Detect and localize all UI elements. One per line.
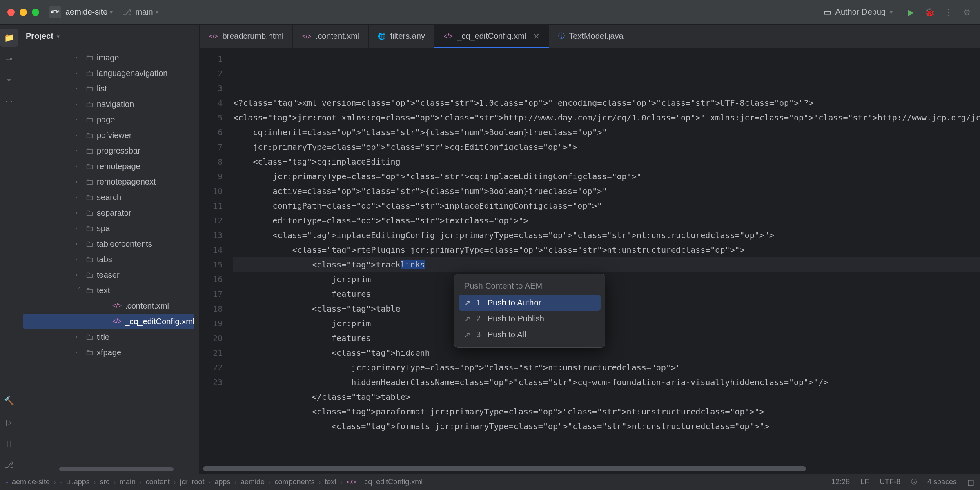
breadcrumb-segment[interactable]: jcr_root [180, 478, 204, 486]
editor-tab[interactable]: ⒿTextModel.java [549, 24, 633, 48]
tree-folder[interactable]: ›🗀separator [18, 205, 199, 220]
chevron-down-icon[interactable]: ▾ [110, 9, 113, 16]
close-window[interactable] [7, 9, 15, 16]
code-line[interactable]: jcr:primaryType=class="op">"class="str">… [233, 140, 980, 154]
tree-horizontal-scrollbar[interactable] [59, 467, 174, 471]
expand-arrow-icon[interactable]: › [76, 179, 82, 185]
expand-arrow-icon[interactable]: › [76, 241, 82, 247]
tree-folder[interactable]: ›🗀title [18, 329, 199, 345]
code-line[interactable]: <class="tag">inplaceEditingConfig jcr:pr… [233, 228, 980, 243]
popup-menu-item[interactable]: ↗1Push to Author [459, 295, 601, 311]
commit-tool[interactable]: ⊸ [0, 50, 18, 68]
tree-folder[interactable]: ›🗀text [18, 283, 199, 298]
expand-arrow-icon[interactable]: › [76, 86, 82, 91]
chevron-down-icon[interactable]: ▾ [156, 9, 158, 16]
breadcrumb-segment[interactable]: aemide-site [12, 478, 50, 486]
vcs-tool[interactable]: ⎇ [0, 456, 18, 474]
caret-position[interactable]: 12:28 [831, 478, 850, 486]
project-name[interactable]: aemide-site [65, 7, 107, 17]
more-actions-icon[interactable]: ⋮ [942, 7, 954, 18]
debug-button[interactable]: 🐞 [924, 7, 935, 18]
tree-folder[interactable]: ›🗀remotepage [18, 158, 199, 174]
popup-menu-item[interactable]: ↗2Push to Publish [459, 311, 601, 327]
terminal-tool[interactable]: ⌷ [0, 434, 18, 452]
breadcrumb-segment[interactable]: ui.apps [66, 478, 90, 486]
expand-arrow-icon[interactable]: › [76, 225, 82, 231]
breadcrumb-segment[interactable]: main [120, 478, 136, 486]
code-line[interactable]: jcr:prim [233, 316, 980, 331]
code-line[interactable]: features [233, 287, 980, 301]
code-line[interactable]: cq:inherit=class="op">"class="str">{clas… [233, 125, 980, 140]
tree-folder[interactable]: ›🗀remotepagenext [18, 174, 199, 189]
breadcrumb-segment[interactable]: content [146, 478, 170, 486]
code-line[interactable]: </class="tag">table> [233, 390, 980, 404]
editor-tab[interactable]: </>breadcrumb.html [200, 24, 293, 48]
breadcrumb-segment[interactable]: components [275, 478, 315, 486]
expand-arrow-icon[interactable]: › [76, 194, 82, 200]
code-line[interactable]: <?class="tag">xml version=class="op">"cl… [233, 96, 980, 110]
minimize-window[interactable] [20, 9, 27, 16]
editor-tab[interactable]: </>.content.xml [293, 24, 369, 48]
code-line[interactable]: <class="tag">tracklinks [233, 257, 980, 272]
tree-folder[interactable]: ›🗀navigation [18, 96, 199, 112]
tree-folder[interactable]: ›🗀progressbar [18, 143, 199, 158]
expand-arrow-icon[interactable]: › [76, 256, 82, 262]
breadcrumb-segment[interactable]: aemide [241, 478, 265, 486]
code-line[interactable]: <class="tag">cq:inplaceEditing [233, 154, 980, 169]
code-line[interactable]: configPath=class="op">"class="str">inpla… [233, 198, 980, 213]
settings-icon[interactable]: ⚙ [961, 7, 973, 18]
project-tree[interactable]: ›🗀image›🗀languagenavigation›🗀list›🗀navig… [18, 48, 199, 474]
code-line[interactable]: jcr:primaryType=class="op">"class="str">… [233, 360, 980, 375]
code-line[interactable]: <class="tag">jcr:root xmlns:cq=class="op… [233, 110, 980, 125]
expand-arrow-icon[interactable]: › [76, 70, 82, 76]
tree-folder[interactable]: ›🗀page [18, 112, 199, 127]
expand-arrow-icon[interactable]: › [76, 148, 82, 154]
code-line[interactable]: <class="tag">hiddenh [233, 345, 980, 360]
file-encoding[interactable]: UTF-8 [880, 478, 900, 486]
close-tab-icon[interactable]: ✕ [533, 31, 540, 41]
editor-tab[interactable]: 🌐filters.any [369, 24, 434, 48]
status-corner-icon[interactable]: ◫ [967, 478, 974, 487]
code-line[interactable]: editorType=class="op">"class="str">textc… [233, 213, 980, 228]
expand-arrow-icon[interactable]: › [76, 117, 82, 122]
code-line[interactable]: jcr:primaryType=class="op">"class="str">… [233, 169, 980, 184]
breadcrumb-segment[interactable]: apps [214, 478, 230, 486]
more-tool[interactable]: ⋯ [0, 92, 18, 110]
breadcrumb[interactable]: ▫aemide-site›▫ui.apps›src›main›content›j… [6, 478, 826, 486]
tree-folder[interactable]: ›🗀xfpage [18, 345, 199, 360]
tree-folder[interactable]: ›🗀pdfviewer [18, 127, 199, 143]
tree-folder[interactable]: ›🗀image [18, 50, 199, 65]
line-separator[interactable]: LF [860, 478, 869, 486]
code-line[interactable]: <class="tag">rtePlugins jcr:primaryType=… [233, 243, 980, 257]
expand-arrow-icon[interactable]: › [76, 287, 82, 294]
breadcrumb-segment[interactable]: _cq_editConfig.xml [360, 478, 423, 486]
tree-folder[interactable]: ›🗀list [18, 81, 199, 96]
editor-body[interactable]: 1234567891011121314151617181920212223 ✔ … [200, 48, 980, 474]
popup-menu-item[interactable]: ↗3Push to All [459, 327, 601, 343]
run-button[interactable]: ▶ [905, 7, 916, 18]
code-line[interactable]: <class="tag">paraformat jcr:primaryType=… [233, 404, 980, 419]
run-config-selector[interactable]: ▭ Author Debug ▾ [819, 6, 898, 19]
code-area[interactable]: ✔ <?class="tag">xml version=class="op">"… [228, 48, 980, 474]
breadcrumb-segment[interactable]: text [325, 478, 336, 486]
tree-folder[interactable]: ›🗀spa [18, 220, 199, 236]
tree-folder[interactable]: ›🗀languagenavigation [18, 65, 199, 81]
editor-horizontal-scrollbar[interactable] [203, 466, 806, 471]
structure-tool[interactable]: ▫▫ [0, 71, 18, 89]
tree-folder[interactable]: ›🗀tabs [18, 252, 199, 267]
branch-name[interactable]: main [135, 7, 153, 17]
maximize-window[interactable] [32, 9, 39, 16]
tree-folder[interactable]: ›🗀teaser [18, 267, 199, 283]
code-line[interactable]: features [233, 331, 980, 345]
expand-arrow-icon[interactable]: › [76, 101, 82, 107]
expand-arrow-icon[interactable]: › [76, 55, 82, 60]
tree-folder[interactable]: ›🗀tableofcontents [18, 236, 199, 252]
code-line[interactable]: active=class="op">"class="str">{class="n… [233, 184, 980, 198]
expand-arrow-icon[interactable]: › [76, 132, 82, 138]
code-line[interactable]: jcr:prim [233, 272, 980, 287]
project-panel-header[interactable]: Project ▾ [18, 24, 199, 48]
code-line[interactable]: hiddenHeaderClassName=class="op">"class=… [233, 375, 980, 390]
tree-file[interactable]: </>_cq_editConfig.xml [23, 314, 194, 329]
project-tool[interactable]: 📁 [0, 29, 18, 47]
indent-setting[interactable]: 4 spaces [927, 478, 957, 486]
